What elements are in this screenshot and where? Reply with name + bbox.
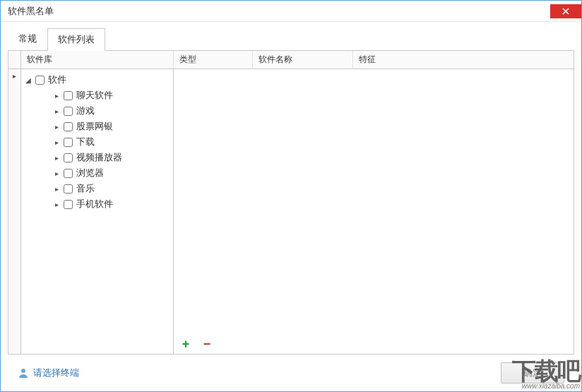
tree-label: 软件	[48, 73, 66, 86]
chevron-right-icon[interactable]: ▸	[52, 200, 61, 208]
svg-point-0	[21, 369, 25, 373]
tree-item-stock[interactable]: ▸股票网银	[40, 119, 170, 134]
col-type[interactable]: 类型	[174, 51, 253, 69]
tab-label: 软件列表	[58, 34, 95, 44]
tree-checkbox[interactable]	[64, 107, 73, 116]
tree-item-game[interactable]: ▸游戏	[40, 103, 170, 119]
tree-item-browser[interactable]: ▸浏览器	[40, 165, 170, 181]
col-feature[interactable]: 特征	[353, 51, 574, 69]
add-button[interactable]: +	[179, 338, 192, 350]
toggle-icon[interactable]: ◢	[24, 76, 32, 84]
tree-checkbox[interactable]	[64, 91, 73, 100]
tree-label: 音乐	[76, 182, 95, 195]
window-title: 软件黑名单	[8, 5, 54, 18]
tree-checkbox[interactable]	[64, 184, 73, 194]
tree-checkbox[interactable]	[35, 76, 44, 85]
dialog-window: 软件黑名单 常规 软件列表 软件库 类型 软件名称 特征 ▸	[0, 0, 582, 392]
close-icon	[562, 8, 569, 15]
tree-label: 手机软件	[76, 198, 113, 210]
tree-label: 下载	[76, 136, 95, 148]
tab-general[interactable]: 常规	[8, 28, 47, 50]
tree-checkbox[interactable]	[64, 169, 73, 178]
chevron-right-icon[interactable]: ▸	[52, 153, 61, 162]
select-terminal-link[interactable]: 请选择终端	[33, 367, 79, 379]
chevron-right-icon[interactable]: ▸	[52, 184, 61, 193]
tree-checkbox[interactable]	[64, 153, 73, 162]
chevron-right-icon[interactable]: ▸	[52, 138, 61, 146]
right-empty-area	[174, 69, 574, 334]
tree-item-mobile[interactable]: ▸手机软件	[40, 196, 170, 212]
tree-item-music[interactable]: ▸音乐	[40, 181, 170, 196]
tree-label: 股票网银	[76, 120, 113, 133]
footer: 请选择终端 确定	[8, 355, 574, 391]
main-panel: 软件库 类型 软件名称 特征 ▸ ◢ 软件	[8, 50, 574, 355]
right-toolbar: + −	[174, 334, 574, 354]
row-indicator-icon: ▸	[13, 72, 16, 80]
chevron-right-icon[interactable]: ▸	[52, 169, 61, 177]
tree-label: 聊天软件	[76, 89, 113, 102]
rowmark-header	[8, 51, 21, 69]
chevron-right-icon[interactable]: ▸	[52, 107, 61, 115]
tab-strip: 常规 软件列表	[8, 28, 574, 50]
software-library-tree: ◢ 软件 ▸聊天软件 ▸游戏 ▸股票网银 ▸下载 ▸视频播放器 ▸浏览器	[21, 69, 174, 354]
chevron-right-icon[interactable]: ▸	[52, 91, 61, 100]
col-library[interactable]: 软件库	[21, 51, 174, 69]
tree-label: 游戏	[76, 105, 95, 117]
tree-item-chat[interactable]: ▸聊天软件	[40, 88, 170, 103]
rowmark-gutter: ▸	[8, 69, 21, 354]
tree-root[interactable]: ◢ 软件	[24, 72, 170, 88]
close-button[interactable]	[550, 4, 581, 18]
titlebar: 软件黑名单	[1, 1, 581, 22]
footer-left: 请选择终端	[18, 367, 79, 379]
right-pane: + −	[174, 69, 574, 354]
grid-body: ▸ ◢ 软件 ▸聊天软件 ▸游戏	[8, 69, 574, 354]
tree-checkbox[interactable]	[64, 122, 73, 131]
tab-label: 常规	[18, 33, 37, 44]
chevron-right-icon[interactable]: ▸	[52, 122, 61, 131]
tree-item-video[interactable]: ▸视频播放器	[40, 150, 170, 165]
remove-button[interactable]: −	[201, 338, 213, 350]
ok-button[interactable]: 确定	[501, 362, 564, 384]
tab-software-list[interactable]: 软件列表	[47, 28, 105, 51]
tree-checkbox[interactable]	[64, 138, 73, 147]
tree-label: 浏览器	[76, 167, 104, 179]
col-name[interactable]: 软件名称	[253, 51, 353, 69]
user-icon	[18, 367, 29, 379]
tree-children: ▸聊天软件 ▸游戏 ▸股票网银 ▸下载 ▸视频播放器 ▸浏览器 ▸音乐 ▸手机软…	[24, 88, 170, 212]
column-headers: 软件库 类型 软件名称 特征	[8, 51, 574, 69]
body-area: 常规 软件列表 软件库 类型 软件名称 特征 ▸ ◢	[1, 22, 581, 391]
tree-item-download[interactable]: ▸下载	[40, 134, 170, 150]
tree-label: 视频播放器	[76, 151, 122, 164]
tree-checkbox[interactable]	[64, 200, 73, 209]
